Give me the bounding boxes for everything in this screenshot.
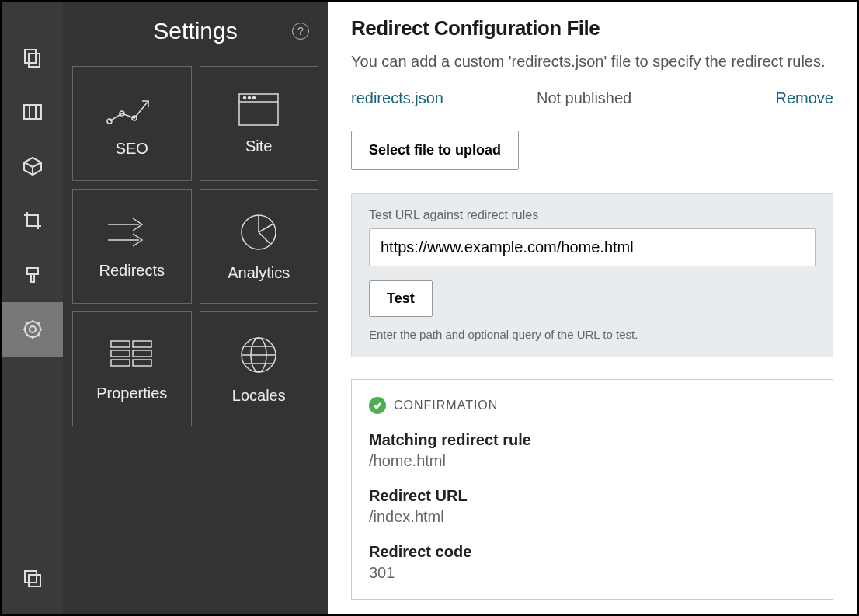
site-icon	[238, 92, 280, 127]
rule-label: Matching redirect rule	[369, 431, 816, 449]
analytics-icon	[238, 211, 280, 253]
tile-label: SEO	[116, 140, 148, 158]
tile-redirects[interactable]: Redirects	[72, 189, 192, 304]
svg-point-27	[249, 96, 251, 99]
svg-rect-36	[133, 341, 151, 347]
svg-rect-37	[111, 350, 130, 357]
code-label: Redirect code	[369, 543, 816, 561]
tile-seo[interactable]: SEO	[72, 66, 192, 181]
settings-title: Settings	[153, 18, 237, 44]
svg-rect-7	[27, 268, 38, 274]
svg-rect-40	[133, 360, 151, 366]
result-panel: CONFIRMATION Matching redirect rule /hom…	[351, 379, 833, 600]
tile-label: Site	[245, 137, 272, 155]
svg-line-15	[26, 322, 27, 324]
help-icon[interactable]: ?	[292, 23, 309, 40]
svg-rect-19	[25, 571, 37, 583]
seo-icon	[105, 90, 159, 129]
svg-rect-39	[111, 360, 130, 366]
svg-rect-8	[31, 274, 34, 282]
url-label: Redirect URL	[369, 487, 816, 505]
test-panel: Test URL against redirect rules Test Ent…	[351, 193, 833, 357]
rail-crop[interactable]	[2, 193, 63, 248]
file-link[interactable]: redirects.json	[351, 89, 443, 107]
svg-point-26	[244, 96, 246, 99]
main-content: Redirect Configuration File You can add …	[328, 2, 857, 614]
svg-rect-1	[29, 54, 40, 67]
tile-label: Analytics	[228, 264, 290, 282]
page-title: Redirect Configuration File	[351, 16, 833, 40]
tile-label: Locales	[232, 387, 286, 405]
pages-icon	[23, 47, 43, 68]
cube-icon	[23, 156, 43, 176]
tile-site[interactable]: Site	[200, 66, 319, 181]
redirects-icon	[105, 214, 159, 251]
rail-copy[interactable]	[2, 552, 63, 606]
code-value: 301	[369, 564, 816, 582]
properties-icon	[105, 336, 159, 374]
svg-rect-38	[133, 350, 151, 357]
icon-rail	[2, 2, 63, 614]
test-url-input[interactable]	[369, 228, 816, 266]
svg-line-33	[259, 224, 273, 232]
svg-point-28	[253, 96, 256, 99]
test-button[interactable]: Test	[369, 280, 433, 317]
tile-properties[interactable]: Properties	[72, 311, 192, 426]
gear-icon	[23, 319, 43, 339]
rail-pages[interactable]	[2, 30, 63, 85]
locales-icon	[238, 334, 280, 376]
tile-locales[interactable]: Locales	[200, 311, 319, 426]
confirmation-label: CONFIRMATION	[394, 398, 498, 412]
svg-line-34	[259, 232, 270, 244]
svg-line-17	[26, 335, 27, 336]
tile-label: Properties	[96, 385, 167, 402]
copy-icon	[23, 569, 43, 589]
file-row: redirects.json Not published Remove	[351, 89, 833, 107]
crop-icon	[23, 211, 43, 231]
settings-panel: Settings ? SEO Site Redirects Analytics	[63, 2, 328, 614]
svg-rect-35	[111, 341, 130, 347]
select-file-button[interactable]: Select file to upload	[351, 131, 519, 170]
svg-line-16	[38, 335, 40, 336]
tile-analytics[interactable]: Analytics	[200, 189, 319, 304]
rail-settings[interactable]	[2, 302, 63, 357]
svg-rect-20	[29, 575, 40, 586]
brush-icon	[23, 265, 43, 285]
check-circle-icon	[369, 397, 386, 414]
tile-label: Redirects	[99, 262, 165, 280]
page-subhead: You can add a custom 'redirects.json' fi…	[351, 53, 833, 71]
svg-line-18	[38, 322, 40, 324]
svg-point-9	[30, 326, 36, 332]
file-status: Not published	[537, 89, 631, 107]
columns-icon	[23, 102, 43, 122]
url-value: /index.html	[369, 508, 816, 526]
rail-columns[interactable]	[2, 85, 63, 139]
rail-brush[interactable]	[2, 248, 63, 302]
svg-rect-2	[24, 105, 41, 119]
test-hint: Enter the path and optional query of the…	[369, 328, 816, 341]
rule-value: /home.html	[369, 452, 816, 470]
rail-cube[interactable]	[2, 139, 63, 193]
test-label: Test URL against redirect rules	[369, 208, 816, 222]
remove-link[interactable]: Remove	[776, 89, 833, 107]
svg-rect-0	[25, 50, 36, 63]
